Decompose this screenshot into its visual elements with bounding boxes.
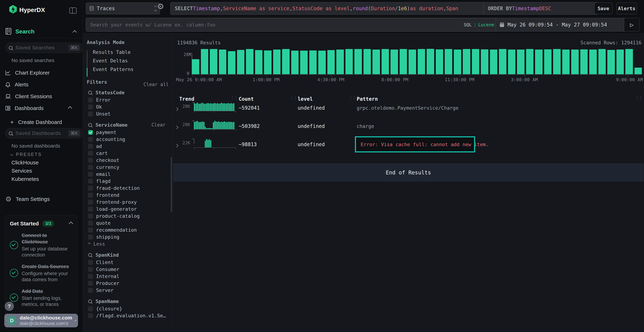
- checkbox[interactable]: [88, 274, 93, 279]
- sidebar-item-search[interactable]: Search: [16, 28, 34, 35]
- checkbox[interactable]: [88, 158, 93, 162]
- sidebar-item-alerts[interactable]: Alerts: [5, 80, 77, 89]
- expand-row-icon[interactable]: [175, 126, 178, 129]
- filter-item[interactable]: Server: [88, 287, 173, 294]
- checkbox[interactable]: [88, 172, 93, 176]
- clear-all-filters[interactable]: Clear all: [144, 82, 169, 87]
- expand-row-icon[interactable]: [175, 144, 178, 148]
- create-dashboard-button[interactable]: + Create Dashboard: [10, 118, 82, 126]
- checkbox[interactable]: [88, 314, 93, 318]
- checkbox[interactable]: [88, 98, 93, 102]
- help-button[interactable]: ?: [5, 302, 14, 311]
- filter-item[interactable]: cart: [88, 150, 173, 157]
- filter-item[interactable]: Client: [88, 259, 173, 266]
- filter-item[interactable]: currency: [88, 164, 173, 171]
- filter-item[interactable]: product-catalog: [88, 212, 173, 220]
- filter-item[interactable]: ad: [88, 143, 173, 150]
- query-language-toggle[interactable]: SQL|Lucene: [464, 22, 494, 27]
- source-settings-gear-icon[interactable]: ⚙: [157, 2, 164, 11]
- search-input[interactable]: Search your events w/ Lucene ex. column:…: [86, 18, 499, 32]
- checkbox[interactable]: [88, 306, 93, 311]
- column-drag-handle-icon[interactable]: ⋮⋮: [348, 95, 356, 100]
- toggle-sql[interactable]: SQL: [464, 22, 472, 27]
- filter-item[interactable]: fraud-detection: [88, 184, 173, 192]
- filter-item[interactable]: email: [88, 171, 173, 178]
- presets-toggle[interactable]: PRESETS: [11, 150, 82, 158]
- checkbox[interactable]: [88, 165, 93, 170]
- checkbox[interactable]: [88, 288, 93, 293]
- filter-item[interactable]: frontend: [88, 192, 173, 198]
- checkbox[interactable]: [88, 200, 93, 204]
- preset-item[interactable]: ClickHouse: [12, 158, 39, 167]
- checkbox[interactable]: [88, 144, 93, 149]
- show-less-toggle[interactable]: Less: [88, 240, 173, 248]
- checkbox[interactable]: [88, 193, 93, 198]
- checkbox[interactable]: [88, 137, 93, 142]
- checkbox[interactable]: [88, 130, 93, 135]
- filters-scrollbar[interactable]: [171, 157, 172, 212]
- table-options-icon[interactable]: ⋮⋮: [635, 95, 642, 100]
- analysis-mode-item[interactable]: Event Patterns: [93, 65, 134, 74]
- checkbox[interactable]: [88, 112, 93, 116]
- checkbox[interactable]: [88, 179, 93, 184]
- checkbox[interactable]: [88, 151, 93, 156]
- filter-item[interactable]: shipping: [88, 234, 173, 240]
- chevron-up-icon[interactable]: [72, 30, 77, 34]
- time-range-picker[interactable]: May 26 09:09:54 - May 27 09:09:54: [496, 18, 627, 32]
- checkbox[interactable]: [88, 105, 93, 109]
- preset-item[interactable]: Services: [12, 167, 39, 175]
- filter-item[interactable]: {closure}: [88, 305, 173, 312]
- data-source-select[interactable]: Traces: [86, 2, 160, 14]
- checkbox[interactable]: [88, 228, 93, 232]
- preset-item[interactable]: Kubernetes: [12, 175, 39, 183]
- sidebar-item-dashboards[interactable]: Dashboards: [5, 104, 77, 112]
- table-row[interactable]: 22K~98813undefinedError: Visa cache full…: [173, 137, 644, 152]
- filter-item[interactable]: Internal: [88, 273, 173, 280]
- table-row[interactable]: 28K~592041undefinedgrpc.oteldemo.Payment…: [173, 100, 644, 115]
- checkbox[interactable]: [88, 281, 93, 286]
- filter-item[interactable]: Error: [88, 96, 173, 104]
- expand-row-icon[interactable]: [175, 107, 178, 111]
- sidebar-item-chart-explorer[interactable]: Chart Explorer: [5, 69, 77, 77]
- checkbox[interactable]: [88, 267, 93, 272]
- filter-item[interactable]: Unset: [88, 110, 173, 117]
- filter-item[interactable]: accounting: [88, 136, 173, 143]
- get-started-item[interactable]: Add DataStart sending logs, metrics, or …: [10, 288, 72, 307]
- highlighted-pattern-box[interactable]: Error: Visa cache full: cannot add new i…: [355, 136, 475, 152]
- analysis-mode-item[interactable]: Results Table: [93, 48, 134, 56]
- toggle-lucene[interactable]: Lucene: [478, 22, 494, 27]
- filter-item[interactable]: flagd: [88, 178, 173, 184]
- checkbox[interactable]: [88, 207, 93, 212]
- run-query-button[interactable]: ▷: [624, 18, 640, 32]
- filter-item[interactable]: Consumer: [88, 266, 173, 273]
- save-button[interactable]: Save: [594, 2, 612, 14]
- filter-item[interactable]: Producer: [88, 280, 173, 287]
- filter-item[interactable]: /flagd.evaluation.v1.Se…: [88, 312, 173, 319]
- sql-select-editor[interactable]: SELECT Timestamp, ServiceName as service…: [170, 2, 486, 15]
- get-started-item[interactable]: Connect to ClickHouseSet up your databas…: [10, 232, 72, 258]
- filter-item[interactable]: recommendation: [88, 226, 173, 234]
- clear-filter-button[interactable]: Clear: [152, 122, 166, 128]
- analysis-mode-item[interactable]: Event Deltas: [93, 56, 134, 65]
- saved-dashboards-input[interactable]: Saved Dashboards ⌘K: [5, 128, 83, 138]
- chevron-up-icon[interactable]: [69, 222, 73, 226]
- sidebar-item-team-settings[interactable]: ⚙ Team Settings: [5, 195, 77, 203]
- checkbox[interactable]: [88, 260, 93, 265]
- user-menu[interactable]: D dale@clickhouse.com dale@clickhouse.co…: [4, 314, 78, 327]
- column-drag-handle-icon[interactable]: ⋮⋮: [290, 95, 296, 100]
- column-drag-handle-icon[interactable]: ⋮⋮: [230, 95, 238, 100]
- filter-item[interactable]: Ok: [88, 104, 173, 110]
- checkbox[interactable]: [88, 214, 93, 218]
- filter-item[interactable]: checkout: [88, 157, 173, 164]
- filter-item[interactable]: quote: [88, 220, 173, 226]
- alerts-button[interactable]: Alerts: [616, 2, 637, 14]
- filter-item[interactable]: frontend-proxy: [88, 198, 173, 206]
- collapse-sidebar-icon[interactable]: [70, 8, 76, 14]
- checkbox[interactable]: [88, 186, 93, 190]
- filter-item[interactable]: load-generator: [88, 206, 173, 212]
- checkbox[interactable]: [88, 221, 93, 226]
- order-by-editor[interactable]: ORDER BY Timestamp DESC: [483, 2, 598, 15]
- saved-searches-input[interactable]: Saved Searches ⌘K: [5, 42, 83, 53]
- get-started-item[interactable]: Create Data SourcesConfigure where your …: [10, 263, 72, 283]
- sidebar-item-client-sessions[interactable]: Client Sessions: [5, 92, 77, 100]
